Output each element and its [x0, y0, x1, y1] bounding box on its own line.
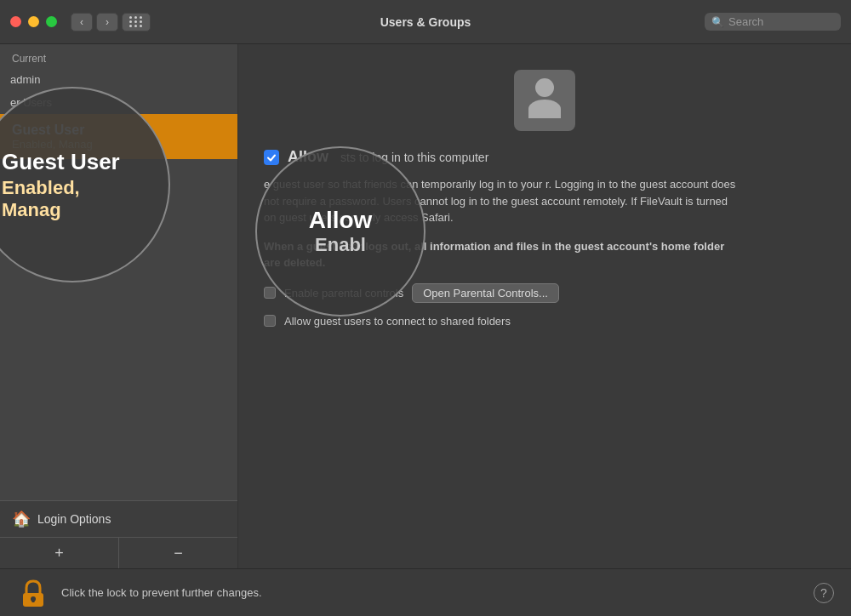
house-icon: 🏠	[12, 510, 31, 528]
lock-text: Click the lock to prevent further change…	[61, 586, 262, 599]
search-box[interactable]: 🔍	[705, 13, 841, 31]
allow-suffix: sts to log in to this computer	[340, 151, 488, 164]
sidebar-login-options[interactable]: 🏠 Login Options	[0, 500, 237, 537]
guest-user-status: Enabled, Manag	[12, 138, 226, 151]
description-text: e guest user so that friends can tempora…	[264, 176, 740, 226]
main-content: Guest User Enabled, Manag Current admin …	[0, 44, 851, 568]
forward-button[interactable]: ›	[96, 13, 118, 31]
grid-view-button[interactable]	[122, 13, 151, 31]
parental-controls-row: Enable parental controls Open Parental C…	[264, 283, 559, 303]
maximize-button[interactable]	[46, 16, 57, 27]
avatar-silhouette	[523, 78, 567, 123]
sidebar-actions: + −	[0, 537, 237, 568]
shared-folders-label: Allow guest users to connect to shared f…	[284, 315, 511, 328]
back-button[interactable]: ‹	[71, 13, 93, 31]
allow-label: Allow	[288, 148, 328, 166]
grid-icon	[129, 16, 143, 27]
allow-row: Allow sts to log in to this computer	[264, 148, 825, 166]
open-parental-controls-button[interactable]: Open Parental Controls...	[412, 283, 559, 303]
login-options-label: Login Options	[37, 512, 111, 526]
sidebar-spacer	[0, 159, 237, 500]
sidebar-item-guest[interactable]: Guest User Enabled, Manag	[0, 114, 237, 159]
parental-controls-checkbox[interactable]	[264, 287, 276, 299]
current-label: Current	[12, 53, 46, 65]
shared-folders-checkbox[interactable]	[264, 315, 276, 327]
guest-user-name: Guest User	[12, 123, 226, 138]
lock-button[interactable]	[17, 577, 49, 609]
svg-rect-2	[32, 599, 35, 602]
sidebar-header: Current	[0, 44, 237, 68]
allow-checkbox[interactable]	[264, 150, 279, 165]
close-button[interactable]	[10, 16, 21, 27]
titlebar: ‹ › Users & Groups 🔍	[0, 0, 851, 44]
sidebar-item-other-users[interactable]: er Users	[0, 91, 237, 114]
add-user-button[interactable]: +	[0, 538, 119, 568]
user-avatar	[514, 70, 575, 131]
nav-buttons: ‹ ›	[71, 13, 118, 31]
sidebar-item-admin[interactable]: admin	[0, 68, 237, 91]
window-title: Users & Groups	[380, 15, 471, 29]
help-button[interactable]: ?	[814, 583, 834, 603]
bold-note: When a guest user logs out, all informat…	[264, 238, 740, 271]
search-input[interactable]	[728, 15, 831, 28]
window-controls	[10, 16, 57, 27]
avatar-head	[535, 78, 554, 97]
shared-folders-row: Allow guest users to connect to shared f…	[264, 315, 511, 328]
remove-user-button[interactable]: −	[119, 538, 237, 568]
checkmark-icon	[266, 152, 277, 163]
avatar-body	[528, 100, 561, 118]
sidebar: Guest User Enabled, Manag Current admin …	[0, 44, 238, 568]
right-panel: Allow sts to log in to this computer All…	[238, 44, 851, 568]
minimize-button[interactable]	[28, 16, 39, 27]
bottom-bar: Click the lock to prevent further change…	[0, 568, 851, 616]
search-icon: 🔍	[711, 16, 724, 28]
lock-icon	[20, 578, 47, 608]
parental-controls-label: Enable parental controls	[284, 287, 403, 299]
